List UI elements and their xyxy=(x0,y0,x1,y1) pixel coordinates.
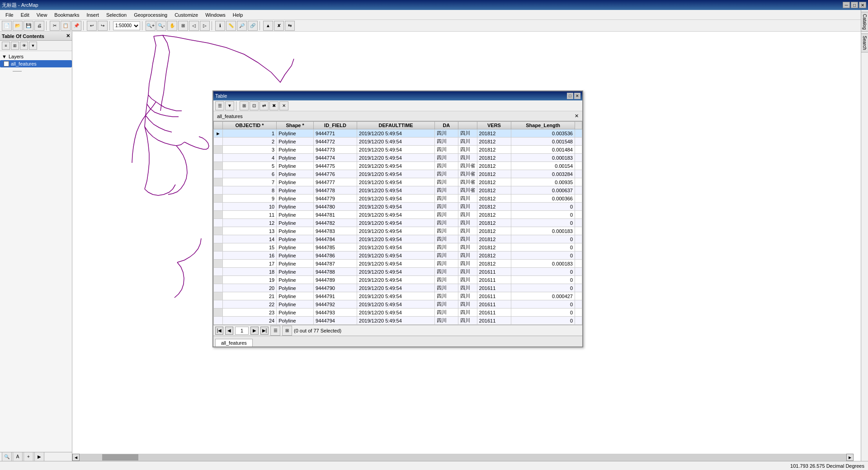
toc-zoom-button[interactable]: 🔍 xyxy=(2,452,12,462)
new-button[interactable]: 📄 xyxy=(2,21,12,31)
row-selector[interactable] xyxy=(214,252,223,260)
table-row[interactable]: 23 Polyline 9444793 2019/12/20 5:49:54 四… xyxy=(214,309,582,317)
menu-selection[interactable]: Selection xyxy=(103,11,130,19)
row-selector[interactable] xyxy=(214,235,223,243)
row-selector[interactable] xyxy=(214,195,223,203)
row-selector[interactable] xyxy=(214,170,223,178)
table-select-all-button[interactable]: ⊞ xyxy=(240,101,249,110)
table-row[interactable]: 24 Polyline 9444794 2019/12/20 5:49:54 四… xyxy=(214,317,582,325)
menu-file[interactable]: File xyxy=(2,11,17,19)
row-selector[interactable]: ► xyxy=(214,129,223,138)
menu-geoprocessing[interactable]: Geoprocessing xyxy=(130,11,171,19)
show-selected-button[interactable]: ☰ xyxy=(270,326,280,336)
table-row[interactable]: 22 Polyline 9444792 2019/12/20 5:49:54 四… xyxy=(214,300,582,309)
map-canvas[interactable]: Table □ ✕ ☰ ▼ ⊞ ⊡ ⇄ ✖ ✕ all_features ✕ xyxy=(72,32,861,461)
first-page-button[interactable]: |◀ xyxy=(215,327,223,335)
row-selector[interactable] xyxy=(214,276,223,284)
toc-layer-all-features[interactable]: all_features xyxy=(0,60,72,67)
menu-bookmarks[interactable]: Bookmarks xyxy=(51,11,83,19)
paste-button[interactable]: 📌 xyxy=(71,21,81,31)
col-da[interactable]: DA xyxy=(435,122,458,129)
row-selector[interactable] xyxy=(214,309,223,317)
table-row[interactable]: 5 Polyline 9444775 2019/12/20 5:49:54 四川… xyxy=(214,162,582,170)
menu-windows[interactable]: Windows xyxy=(202,11,229,19)
table-row[interactable]: 18 Polyline 9444788 2019/12/20 5:49:54 四… xyxy=(214,268,582,276)
table-close-button[interactable]: ✕ xyxy=(574,93,580,99)
identify-button[interactable]: ℹ xyxy=(215,21,225,31)
row-selector[interactable] xyxy=(214,178,223,186)
table-layer-close[interactable]: ✕ xyxy=(575,113,579,119)
prev-page-button[interactable]: ◀ xyxy=(225,327,233,335)
hyperlink-button[interactable]: 🔗 xyxy=(248,21,258,31)
row-selector[interactable] xyxy=(214,138,223,146)
menu-view[interactable]: View xyxy=(33,11,51,19)
close-button[interactable]: ✕ xyxy=(859,2,866,8)
toc-label-button[interactable]: A xyxy=(13,452,23,462)
search-tab[interactable]: Search xyxy=(861,33,868,52)
table-row[interactable]: 20 Polyline 9444790 2019/12/20 5:49:54 四… xyxy=(214,284,582,292)
row-selector[interactable] xyxy=(214,227,223,235)
table-row[interactable]: 21 Polyline 9444791 2019/12/20 5:49:54 四… xyxy=(214,292,582,300)
table-row[interactable]: 7 Polyline 9444777 2019/12/20 5:49:54 四川… xyxy=(214,178,582,186)
table-row[interactable]: 4 Polyline 9444774 2019/12/20 5:49:54 四川… xyxy=(214,154,582,162)
toc-layers-group[interactable]: ▼ Layers xyxy=(0,53,72,60)
find-button[interactable]: 🔎 xyxy=(237,21,247,31)
next-page-button[interactable]: ▶ xyxy=(250,327,259,335)
col-defaulttime[interactable]: DEFAULTTIME xyxy=(357,122,435,129)
row-selector[interactable] xyxy=(214,284,223,292)
table-row[interactable]: 14 Polyline 9444784 2019/12/20 5:49:54 四… xyxy=(214,235,582,243)
page-input[interactable] xyxy=(235,327,249,335)
row-selector[interactable] xyxy=(214,243,223,252)
cut-button[interactable]: ✂ xyxy=(50,21,60,31)
open-button[interactable]: 📂 xyxy=(13,21,23,31)
menu-insert[interactable]: Insert xyxy=(83,11,103,19)
switch-select-button[interactable]: ⇆ xyxy=(285,21,295,31)
table-scroll-wrapper[interactable]: OBJECTID * Shape * ID_FIELD DEFAULTTIME … xyxy=(213,121,582,325)
toc-navigate-button[interactable]: ▶ xyxy=(34,452,44,462)
row-selector[interactable] xyxy=(214,260,223,268)
row-selector[interactable] xyxy=(214,317,223,325)
row-selector[interactable] xyxy=(214,203,223,211)
row-selector[interactable] xyxy=(214,186,223,195)
table-clear-button[interactable]: ⊡ xyxy=(250,101,259,110)
table-options-button[interactable]: ☰ xyxy=(215,101,224,110)
layer-visibility-checkbox[interactable] xyxy=(4,61,9,66)
copy-button[interactable]: 📋 xyxy=(61,21,71,31)
minimize-button[interactable]: ─ xyxy=(843,2,850,8)
toc-list-view-button[interactable]: ≡ xyxy=(2,42,10,50)
full-extent-button[interactable]: ⊞ xyxy=(178,21,188,31)
table-delete-button[interactable]: ✖ xyxy=(269,101,278,110)
table-row[interactable]: 11 Polyline 9444781 2019/12/20 5:49:54 四… xyxy=(214,211,582,219)
table-tab-all-features[interactable]: all_features xyxy=(215,339,253,347)
hscroll-right[interactable]: ▶ xyxy=(846,454,854,461)
clear-select-button[interactable]: ✘ xyxy=(274,21,284,31)
catalog-tab[interactable]: Catalog xyxy=(861,12,868,32)
scale-combo[interactable]: 1:50000 xyxy=(113,21,140,30)
table-row[interactable]: 8 Polyline 9444778 2019/12/20 5:49:54 四川… xyxy=(214,186,582,195)
table-restore-button[interactable]: □ xyxy=(567,93,573,99)
back-button[interactable]: ◁ xyxy=(189,21,199,31)
select-button[interactable]: ▲ xyxy=(263,21,273,31)
row-selector[interactable] xyxy=(214,292,223,300)
table-dropdown-button[interactable]: ▼ xyxy=(225,101,234,110)
show-all-button[interactable]: ⊞ xyxy=(282,326,292,336)
toc-add-data-button[interactable]: + xyxy=(24,452,33,462)
col-vers[interactable]: VERS xyxy=(477,122,511,129)
redo-button[interactable]: ↪ xyxy=(98,21,108,31)
table-row[interactable]: 3 Polyline 9444773 2019/12/20 5:49:54 四川… xyxy=(214,146,582,154)
toc-options-button[interactable]: ▼ xyxy=(29,42,37,50)
table-row[interactable]: 9 Polyline 9444779 2019/12/20 5:49:54 四川… xyxy=(214,195,582,203)
col-id-field[interactable]: ID_FIELD xyxy=(314,122,357,129)
undo-button[interactable]: ↩ xyxy=(87,21,97,31)
table-row[interactable]: 19 Polyline 9444789 2019/12/20 5:49:54 四… xyxy=(214,276,582,284)
menu-customize[interactable]: Customize xyxy=(171,11,202,19)
row-selector[interactable] xyxy=(214,162,223,170)
row-selector[interactable] xyxy=(214,268,223,276)
save-button[interactable]: 💾 xyxy=(24,21,33,31)
table-row[interactable]: 16 Polyline 9444786 2019/12/20 5:49:54 四… xyxy=(214,252,582,260)
table-switch-button[interactable]: ⇄ xyxy=(259,101,269,110)
toc-close-button[interactable]: ✕ xyxy=(66,33,70,39)
table-row[interactable]: 13 Polyline 9444783 2019/12/20 5:49:54 四… xyxy=(214,227,582,235)
row-selector[interactable] xyxy=(214,146,223,154)
table-title-bar[interactable]: Table □ ✕ xyxy=(213,91,582,100)
